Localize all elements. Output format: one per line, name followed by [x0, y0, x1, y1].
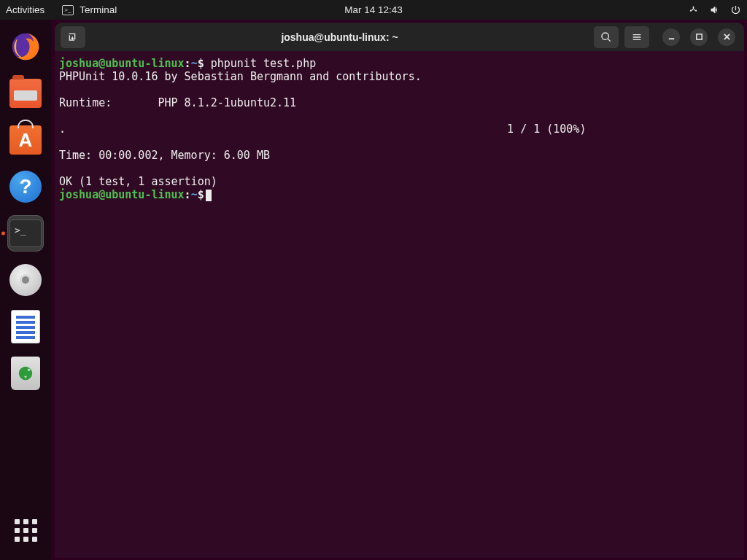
command-1: phpunit test.php — [204, 57, 317, 70]
terminal-icon: >_ — [9, 219, 42, 247]
search-icon — [600, 31, 612, 43]
search-button[interactable] — [594, 26, 619, 48]
maximize-icon — [695, 33, 703, 41]
dock-item-firefox[interactable] — [7, 28, 44, 65]
svg-rect-1 — [668, 38, 673, 39]
terminal-output[interactable]: joshua@ubuntu-linux:~$ phpunit test.php … — [55, 51, 744, 558]
prompt2-at: @ — [98, 188, 105, 201]
volume-icon — [709, 4, 720, 15]
dock-item-help[interactable]: ? — [7, 168, 44, 205]
titlebar[interactable]: joshua@ubuntu-linux: ~ — [55, 23, 744, 51]
minimize-button[interactable] — [662, 28, 680, 46]
dock-item-trash[interactable] — [7, 355, 44, 392]
minimize-icon — [667, 33, 676, 41]
network-icon — [688, 4, 699, 15]
power-icon — [730, 4, 741, 15]
dock-item-text-editor[interactable] — [7, 308, 44, 345]
prompt2-dollar: $ — [198, 188, 204, 201]
close-button[interactable] — [718, 28, 735, 46]
maximize-button[interactable] — [690, 28, 708, 46]
show-applications-button[interactable] — [13, 518, 38, 542]
firefox-icon — [9, 31, 42, 63]
output-ok: OK (1 test, 1 assertion) — [59, 175, 217, 188]
terminal-small-icon — [62, 5, 74, 15]
prompt2-colon: : — [185, 188, 191, 201]
disk-icon — [9, 264, 42, 296]
dock-item-files[interactable] — [7, 75, 44, 112]
svg-rect-2 — [696, 34, 701, 39]
dock-item-software[interactable] — [7, 122, 44, 158]
prompt-path: ~ — [191, 57, 198, 70]
software-center-icon — [9, 125, 42, 155]
prompt-at: @ — [98, 57, 105, 70]
dock-item-terminal[interactable]: >_ — [7, 215, 44, 252]
app-indicator[interactable]: Terminal — [62, 4, 117, 15]
top-panel: Activities Terminal Mar 14 12:43 — [0, 0, 747, 20]
output-runtime: Runtime: PHP 8.1.2-1ubuntu2.11 — [59, 96, 296, 109]
hamburger-icon — [631, 31, 643, 43]
help-icon: ? — [9, 171, 42, 203]
dock-item-disk[interactable] — [7, 262, 44, 298]
dock: ? >_ — [0, 20, 51, 560]
window-title: joshua@ubuntu-linux: ~ — [90, 31, 589, 43]
prompt-host: ubuntu-linux — [105, 57, 184, 70]
top-panel-left: Activities Terminal — [6, 4, 117, 15]
files-icon — [9, 79, 42, 108]
system-tray[interactable] — [688, 4, 741, 15]
prompt2-path: ~ — [191, 188, 198, 201]
prompt2-user: joshua — [59, 188, 98, 201]
app-indicator-label: Terminal — [80, 4, 117, 15]
prompt-colon: : — [185, 57, 191, 70]
new-tab-icon — [67, 31, 79, 43]
activities-button[interactable]: Activities — [6, 4, 44, 15]
clock[interactable]: Mar 14 12:43 — [344, 4, 403, 15]
trash-icon — [11, 357, 40, 390]
new-tab-button[interactable] — [61, 26, 85, 48]
output-line-1: PHPUnit 10.0.16 by Sebastian Bergmann an… — [59, 70, 422, 83]
output-progress: . 1 / 1 (100%) — [59, 122, 586, 136]
cursor — [206, 190, 212, 201]
output-time: Time: 00:00.002, Memory: 6.00 MB — [59, 149, 270, 162]
hamburger-menu-button[interactable] — [624, 26, 649, 48]
running-indicator-dot — [1, 232, 5, 236]
text-editor-icon — [11, 310, 40, 343]
close-icon — [723, 33, 731, 41]
terminal-window: joshua@ubuntu-linux: ~ joshua@ubuntu- — [55, 23, 744, 558]
prompt-user: joshua — [59, 57, 98, 70]
prompt2-host: ubuntu-linux — [105, 188, 184, 201]
prompt-dollar: $ — [198, 57, 204, 70]
